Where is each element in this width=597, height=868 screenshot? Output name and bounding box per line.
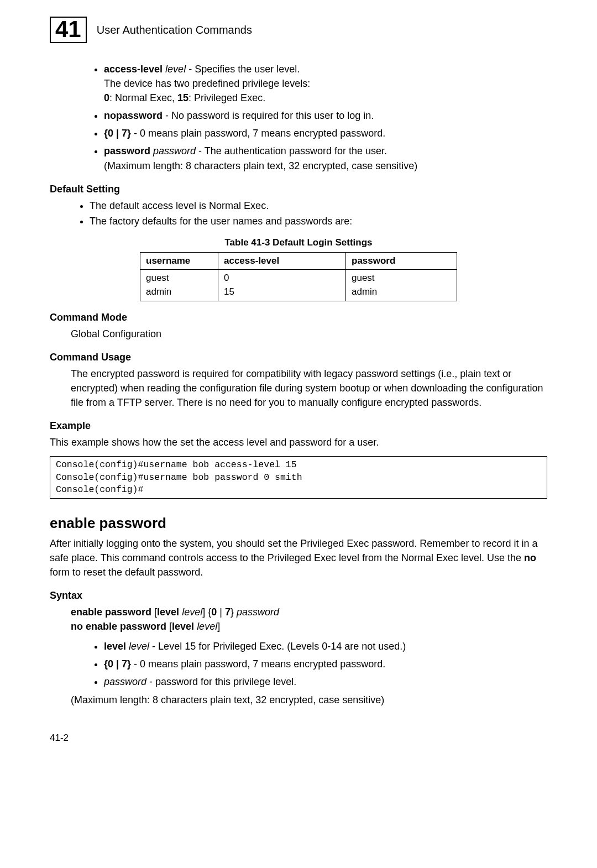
param-desc: - 0 means plain password, 7 means encryp… [134, 128, 385, 139]
param-desc: - Level 15 for Privileged Exec. (Levels … [152, 641, 406, 652]
text: form to reset the default password. [50, 567, 203, 578]
enable-password-description: After initially logging onto the system,… [50, 536, 547, 579]
text: ] [217, 621, 220, 632]
level-zero: 0 [104, 92, 109, 103]
text: : Privileged Exec. [188, 92, 265, 103]
chapter-title: User Authentication Commands [97, 22, 252, 38]
param-name: {0 | 7} [104, 128, 131, 139]
param-desc: - The authentication password for the us… [198, 145, 387, 156]
param-name: access-level [104, 64, 163, 75]
chapter-number-box: 41 [50, 17, 87, 43]
arg-password: password [237, 606, 279, 618]
kw-no-enable-password: no enable password [71, 621, 166, 632]
param-arg: password [104, 676, 146, 687]
section-example: Example [50, 419, 547, 433]
kw-enable-password: enable password [71, 606, 151, 618]
kw-seven: 7 [225, 606, 231, 618]
td-access-level: 015 [218, 270, 346, 301]
td-username: guestadmin [140, 270, 218, 301]
syntax-maxlen-note: (Maximum length: 8 characters plain text… [50, 693, 547, 707]
text: | [217, 606, 225, 618]
kw-zero: 0 [211, 606, 217, 618]
param-name: {0 | 7} [104, 658, 131, 670]
syntax-line-1: enable password [level level] {0 | 7} pa… [71, 605, 547, 619]
table-caption: Table 41-3 Default Login Settings [50, 236, 547, 250]
example-intro: This example shows how the set the acces… [50, 435, 547, 449]
text: [ [166, 621, 172, 632]
th-username: username [140, 252, 218, 270]
param-access-level: access-level level - Specifies the user … [104, 62, 547, 105]
example-console: Console(config)#username bob access-leve… [50, 456, 547, 499]
syntax-lines: enable password [level level] {0 | 7} pa… [50, 605, 547, 634]
text: admin [352, 286, 377, 297]
text: : Normal Exec, [109, 92, 177, 103]
kw-level: level [172, 621, 194, 632]
param-desc: - No password is required for this user … [165, 110, 374, 121]
text: } [231, 606, 237, 618]
th-password: password [346, 252, 457, 270]
param-subline: (Maximum length: 8 characters plain text… [104, 159, 547, 173]
text: guest [352, 273, 375, 283]
no-keyword: no [524, 552, 536, 563]
syntax-param-list: level level - Level 15 for Privileged Ex… [50, 639, 547, 689]
section-command-mode: Command Mode [50, 310, 547, 325]
syntax-param-level: level level - Level 15 for Privileged Ex… [104, 639, 547, 653]
section-command-usage: Command Usage [50, 350, 547, 364]
arg-level: level [197, 621, 217, 632]
text: admin [146, 286, 171, 297]
param-name: password [104, 145, 150, 156]
param-name: nopassword [104, 110, 163, 121]
param-subline: 0: Normal Exec, 15: Privileged Exec. [104, 91, 547, 105]
th-access-level: access-level [218, 252, 346, 270]
param-subline: The device has two predefined privilege … [104, 76, 547, 91]
param-desc: - 0 means plain password, 7 means encryp… [134, 658, 385, 670]
text: guest [146, 273, 169, 283]
param-zero-seven: {0 | 7} - 0 means plain password, 7 mean… [104, 126, 547, 140]
kw-level: level [157, 606, 179, 618]
command-usage-text: The encrypted password is required for c… [50, 367, 547, 410]
td-password: guestadmin [346, 270, 457, 301]
list-item: The default access level is Normal Exec. [90, 198, 547, 213]
section-default-setting: Default Setting [50, 182, 547, 196]
parameter-list: access-level level - Specifies the user … [50, 62, 547, 173]
param-name: level [104, 641, 126, 652]
command-mode-text: Global Configuration [50, 327, 547, 341]
param-nopassword: nopassword - No password is required for… [104, 108, 547, 123]
arg-level: level [182, 606, 202, 618]
text: After initially logging onto the system,… [50, 538, 537, 563]
list-item: The factory defaults for the user names … [90, 214, 547, 228]
default-login-table: username access-level password guestadmi… [140, 252, 457, 301]
param-arg: level [165, 64, 186, 75]
param-desc: - Specifies the user level. [188, 64, 300, 75]
default-setting-list: The default access level is Normal Exec.… [50, 198, 547, 228]
syntax-line-2: no enable password [level level] [71, 619, 547, 634]
text: ] { [202, 606, 211, 618]
syntax-param-password: password - password for this privilege l… [104, 674, 547, 689]
level-fifteen: 15 [177, 92, 188, 103]
param-arg: password [153, 145, 196, 156]
section-syntax: Syntax [50, 588, 547, 603]
text: 15 [224, 286, 234, 297]
command-title-enable-password: enable password [50, 513, 547, 534]
text: 0 [224, 273, 229, 283]
text: [ [151, 606, 157, 618]
param-password: password password - The authentication p… [104, 144, 547, 172]
syntax-param-zero-seven: {0 | 7} - 0 means plain password, 7 mean… [104, 657, 547, 671]
page-number: 41-2 [50, 731, 547, 745]
param-arg: level [129, 641, 149, 652]
param-desc: - password for this privilege level. [149, 676, 296, 687]
page-header: 41 User Authentication Commands [50, 17, 547, 43]
